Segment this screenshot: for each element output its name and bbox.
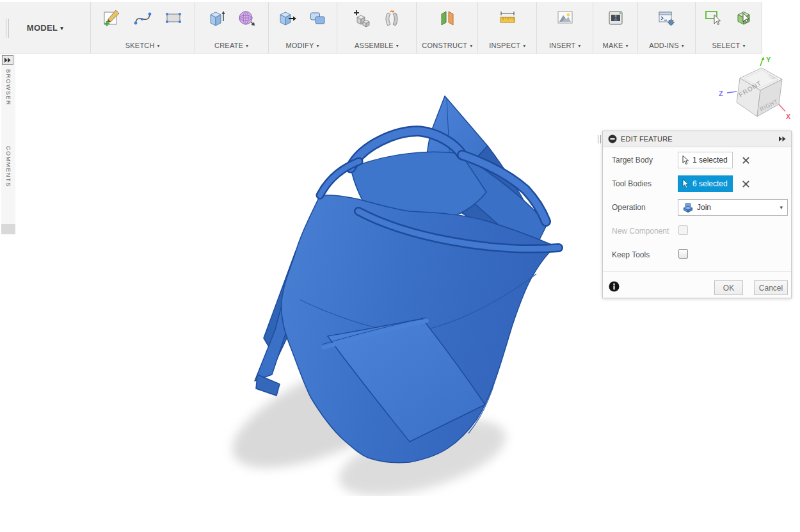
scripts-gear-icon: [657, 8, 676, 30]
combine-button[interactable]: [307, 6, 329, 32]
target-body-clear-button[interactable]: [739, 154, 752, 166]
create-sketch-icon: [102, 8, 122, 30]
target-body-selection-button[interactable]: 1 selected: [678, 152, 733, 168]
sketch-spline-button[interactable]: [132, 6, 154, 32]
toolbar-group-sketch: SKETCH▾: [90, 2, 195, 53]
keep-tools-label: Keep Tools: [612, 250, 650, 259]
toolbar-group-inspect: INSPECT▾: [477, 2, 536, 53]
info-icon: [609, 281, 620, 292]
joint-button[interactable]: [381, 6, 403, 32]
construct-plane-button[interactable]: [436, 6, 458, 32]
cursor-icon: [682, 156, 689, 165]
create-menu[interactable]: CREATE▾: [214, 42, 248, 49]
chevron-down-icon: ▾: [626, 43, 628, 49]
chevron-down-icon: ▾: [60, 25, 63, 31]
cursor-icon: [682, 179, 689, 189]
toolbar: MODEL▾: [0, 2, 762, 54]
select-cube-icon: [735, 8, 754, 30]
printer-3d-icon: [606, 8, 625, 30]
chevron-down-icon: ▾: [682, 43, 684, 49]
modify-menu[interactable]: MODIFY▾: [285, 42, 319, 49]
new-component-row: New Component: [603, 223, 791, 240]
double-chevron-right-icon: [779, 136, 786, 141]
insert-menu[interactable]: INSERT▾: [549, 42, 581, 49]
expand-browser-button[interactable]: [2, 55, 13, 65]
tool-bodies-selection-button[interactable]: 6 selected: [678, 175, 733, 192]
chevron-down-icon: ▾: [523, 43, 525, 49]
form-sphere-icon: [237, 8, 257, 30]
addins-menu[interactable]: ADD-INS▾: [649, 42, 684, 49]
toolbar-group-addins: ADD-INS▾: [637, 2, 695, 53]
select-window-button[interactable]: [703, 6, 724, 32]
dialog-expand-button[interactable]: [779, 136, 786, 141]
model-rose-body[interactable]: [189, 74, 586, 496]
toolbar-group-select: SELECT▾: [695, 2, 762, 53]
make-3d-print-button[interactable]: [605, 6, 627, 32]
chevron-down-icon: ▾: [578, 43, 580, 49]
chevron-down-icon: ▾: [470, 43, 472, 49]
sketch-menu[interactable]: SKETCH▾: [125, 42, 160, 49]
scripts-addins-button[interactable]: [656, 6, 678, 32]
measure-button[interactable]: [497, 6, 518, 32]
keep-tools-checkbox[interactable]: [678, 249, 688, 259]
chevron-down-icon: ▾: [780, 204, 783, 211]
view-cube[interactable]: Y Z X FRONT RIGHT TOP: [716, 55, 799, 127]
chevron-down-icon: ▾: [742, 43, 745, 49]
measure-icon: [498, 8, 517, 30]
chevron-down-icon: ▾: [396, 43, 399, 49]
new-component-icon: [351, 8, 371, 30]
joint-icon: [382, 8, 401, 30]
axis-z-label: Z: [719, 90, 723, 97]
workspace-label: MODEL: [27, 23, 58, 33]
select-menu[interactable]: SELECT▾: [712, 42, 745, 49]
chevron-down-icon: ▾: [246, 43, 248, 49]
dialog-grip[interactable]: [598, 135, 601, 143]
info-button[interactable]: [609, 281, 620, 292]
create-form-button[interactable]: [236, 6, 258, 32]
dialog-header[interactable]: EDIT FEATURE: [603, 131, 791, 147]
tool-bodies-label: Tool Bodies: [612, 179, 652, 188]
toolbar-group-construct: CONSTRUCT▾: [416, 2, 477, 53]
dialog-title: EDIT FEATURE: [621, 135, 673, 143]
press-pull-icon: [278, 8, 297, 30]
collapse-circle-icon[interactable]: [608, 134, 617, 143]
press-pull-button[interactable]: [276, 6, 298, 32]
select-window-icon: [704, 8, 723, 30]
sketch-rectangle-button[interactable]: [163, 6, 184, 32]
inspect-menu[interactable]: INSPECT▾: [489, 42, 525, 49]
chevron-down-icon: ▾: [157, 43, 160, 49]
construct-menu[interactable]: CONSTRUCT▾: [422, 42, 472, 49]
make-menu[interactable]: MAKE▾: [603, 42, 628, 49]
tool-bodies-clear-button[interactable]: [739, 177, 752, 190]
ok-button[interactable]: OK: [714, 280, 743, 295]
new-component-label: New Component: [612, 227, 669, 236]
combine-icon: [308, 8, 328, 30]
target-body-row: Target Body 1 selected: [603, 152, 791, 169]
left-panel-rail: BROWSER COMMENTS: [1, 55, 15, 234]
browser-tab[interactable]: BROWSER: [5, 69, 12, 106]
dialog-divider: [603, 271, 791, 272]
toolbar-grip[interactable]: [6, 19, 9, 38]
assemble-menu[interactable]: ASSEMBLE▾: [355, 42, 399, 49]
workspace-switcher[interactable]: MODEL▾: [0, 2, 90, 53]
extrude-icon: [207, 8, 226, 30]
operation-row: Operation Join ▾: [603, 199, 791, 216]
double-chevron-right-icon: [4, 58, 11, 63]
cancel-button[interactable]: Cancel: [754, 280, 788, 295]
insert-image-button[interactable]: [554, 6, 576, 32]
comments-tab[interactable]: COMMENTS: [5, 146, 12, 188]
image-icon: [556, 8, 575, 30]
edit-feature-dialog: EDIT FEATURE Target Body 1 selected Tool…: [602, 131, 792, 298]
tool-bodies-row: Tool Bodies 6 selected: [603, 175, 791, 193]
new-component-button[interactable]: [350, 6, 372, 32]
workspace-dropdown[interactable]: MODEL▾: [27, 23, 63, 33]
new-component-checkbox: [678, 225, 688, 235]
operation-dropdown[interactable]: Join ▾: [678, 199, 788, 216]
chevron-down-icon: ▾: [316, 43, 319, 49]
spline-icon: [133, 8, 152, 30]
select-solid-button[interactable]: [733, 6, 755, 32]
toolbar-group-make: MAKE▾: [593, 2, 637, 53]
create-sketch-button[interactable]: [101, 6, 123, 32]
extrude-button[interactable]: [205, 6, 227, 32]
toolbar-group-assemble: ASSEMBLE▾: [337, 2, 417, 53]
